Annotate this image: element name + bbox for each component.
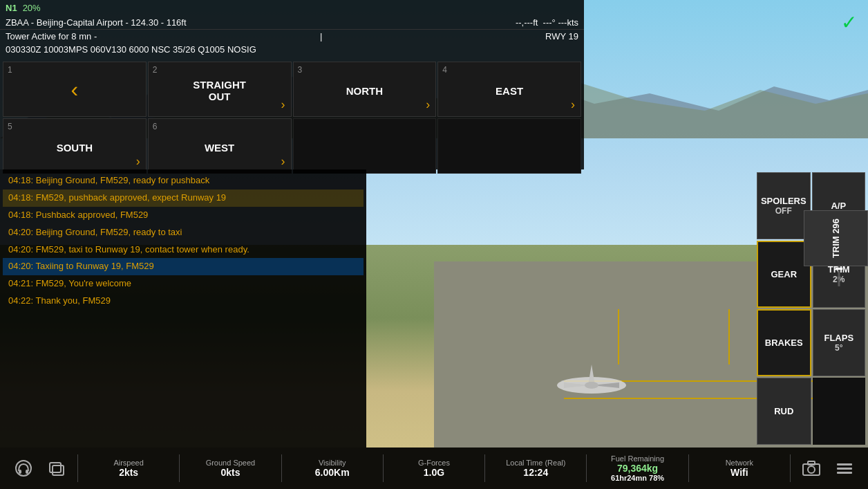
dir-arrow-east: › xyxy=(571,98,575,112)
dir-num-3: 3 xyxy=(298,65,303,75)
svg-point-6 xyxy=(585,382,598,389)
svg-point-7 xyxy=(16,461,31,476)
atc-msg-4: 04:20: Beijing Ground, FM529, ready to t… xyxy=(3,224,364,241)
dir-arrow-south: › xyxy=(136,154,140,169)
metric-gforces: G-Forces 1.0G xyxy=(388,459,480,478)
localtime-value: 12:24 xyxy=(523,467,548,478)
atc-msg-7: 04:21: FM529, You're welcome xyxy=(3,275,364,293)
atc-msg-2: 04:18: FM529, pushback approved, expect … xyxy=(3,190,364,207)
runway-info: RWY 19 xyxy=(545,31,578,41)
atc-msg-5: 04:20: FM529, taxi to Runway 19, contact… xyxy=(3,241,364,259)
gear-label: GEAR xyxy=(771,269,797,280)
dir-btn-straight[interactable]: 2 STRAIGHTOUT › xyxy=(148,62,292,117)
dir-num-6: 6 xyxy=(153,122,158,131)
svg-rect-15 xyxy=(837,463,852,465)
n1-value: 20% xyxy=(23,3,41,13)
metric-airspeed: Airspeed 2kts xyxy=(82,459,175,478)
network-value: Wifi xyxy=(730,467,748,478)
network-label: Network xyxy=(726,459,753,467)
svg-rect-14 xyxy=(808,461,815,465)
dir-num-2: 2 xyxy=(153,65,158,75)
dir-btn-empty2 xyxy=(437,118,581,174)
dir-btn-east[interactable]: 4 EAST › xyxy=(437,62,581,117)
brakes-label: BRAKES xyxy=(765,338,803,349)
dir-arrow-west: › xyxy=(281,154,285,169)
left-panel: N1 20% ZBAA - Beijing-Capital Airport - … xyxy=(0,0,584,169)
visibility-value: 6.00Km xyxy=(315,467,350,478)
menu-icon-button[interactable] xyxy=(828,452,861,485)
airspeed-value: 2kts xyxy=(119,467,138,478)
ctrl-row-4: RUD xyxy=(757,378,865,445)
dir-label-west: WEST xyxy=(205,142,234,154)
dir-btn-north[interactable]: 3 NORTH › xyxy=(293,62,437,117)
divider-2 xyxy=(179,454,180,482)
airport-info: ZBAA - Beijing-Capital Airport - 124.30 … xyxy=(6,17,187,28)
dir-arrow-north: › xyxy=(426,98,430,112)
divider-6 xyxy=(586,454,587,482)
dir-label-straight: STRAIGHTOUT xyxy=(193,79,246,102)
groundspeed-value: 0kts xyxy=(220,467,240,478)
airspeed-label: Airspeed xyxy=(113,459,143,467)
header-top: N1 20% xyxy=(0,0,584,16)
trim-badge-text: TRIM 296 xyxy=(831,219,841,258)
divider-8 xyxy=(790,454,791,482)
dir-num-1: 1 xyxy=(8,65,12,75)
atc-msg-6: 04:20: Taxiing to Runway 19, FM529 xyxy=(3,258,364,275)
divider-3 xyxy=(281,454,282,482)
dir-btn-west[interactable]: 6 WEST › xyxy=(148,118,292,174)
svg-rect-10 xyxy=(50,463,61,472)
headset-icon xyxy=(14,459,33,478)
dir-num-5: 5 xyxy=(8,122,12,131)
plane xyxy=(550,351,633,406)
tower-info: Tower Active for 8 mn - xyxy=(6,31,97,41)
gforces-value: 1.0G xyxy=(424,467,444,478)
trim-badge: TRIM 296 xyxy=(804,210,868,266)
dir-label-south: SOUTH xyxy=(57,142,93,154)
screenshot-icon xyxy=(47,459,66,478)
flaps-button[interactable]: FLAPS 5° xyxy=(813,309,866,376)
separator: | xyxy=(320,31,322,41)
spoilers-label: SPOILERS xyxy=(761,196,806,207)
atc-msg-3: 04:18: Pushback approved, FM529 xyxy=(3,207,364,224)
rud-label: RUD xyxy=(774,406,793,417)
divider-5 xyxy=(484,454,485,482)
metric-groundspeed: Ground Speed 0kts xyxy=(184,459,276,478)
fuel-label: Fuel Remaining xyxy=(611,454,664,463)
gforces-label: G-Forces xyxy=(418,459,450,467)
tower-row: Tower Active for 8 mn - | RWY 19 xyxy=(0,30,584,43)
dir-arrow-straight: › xyxy=(281,98,285,112)
direction-grid: 1 ‹ 2 STRAIGHTOUT › 3 NORTH › 4 EAST › 5… xyxy=(0,59,584,176)
metar-row: 030330Z 10003MPS 060V130 6000 NSC 35/26 … xyxy=(0,43,584,56)
headset-icon-button[interactable] xyxy=(7,452,40,485)
trim-slider-indicator xyxy=(836,268,842,270)
metric-localtime: Local Time (Real) 12:24 xyxy=(489,459,582,478)
divider-4 xyxy=(383,454,384,482)
gear-button[interactable]: GEAR xyxy=(757,241,811,308)
dir-btn-empty1 xyxy=(293,118,437,174)
dir-btn-south[interactable]: 5 SOUTH › xyxy=(3,118,147,174)
screenshot-icon-button[interactable] xyxy=(40,452,73,485)
flaps-value: 5° xyxy=(835,343,842,353)
visibility-label: Visibility xyxy=(319,459,346,467)
ctrl-row-3: BRAKES FLAPS 5° xyxy=(757,309,865,376)
dir-btn-back[interactable]: 1 ‹ xyxy=(3,62,147,117)
menu-icon xyxy=(835,460,854,477)
flaps-label: FLAPS xyxy=(824,333,853,344)
ap-label: A/P xyxy=(831,201,846,212)
rud-button[interactable]: RUD xyxy=(757,378,811,445)
camera-icon-button[interactable] xyxy=(795,452,828,485)
dir-label-east: EAST xyxy=(496,85,523,97)
divider-7 xyxy=(688,454,689,482)
brakes-button[interactable]: BRAKES xyxy=(757,309,811,376)
spoilers-value: OFF xyxy=(775,206,792,216)
atc-msg-8: 04:22: Thank you, FM529 xyxy=(3,293,364,310)
metar-text: 030330Z 10003MPS 060V130 6000 NSC 35/26 … xyxy=(6,44,256,55)
divider-1 xyxy=(77,454,78,482)
svg-rect-16 xyxy=(837,468,852,470)
airport-info-row: ZBAA - Beijing-Capital Airport - 124.30 … xyxy=(0,16,584,30)
spoilers-button[interactable]: SPOILERS OFF xyxy=(757,172,811,239)
fuel-value-2: 61hr24mn 78% xyxy=(611,474,664,482)
svg-rect-17 xyxy=(837,472,852,474)
n1-label: N1 xyxy=(6,3,17,13)
camera-icon xyxy=(802,460,821,477)
